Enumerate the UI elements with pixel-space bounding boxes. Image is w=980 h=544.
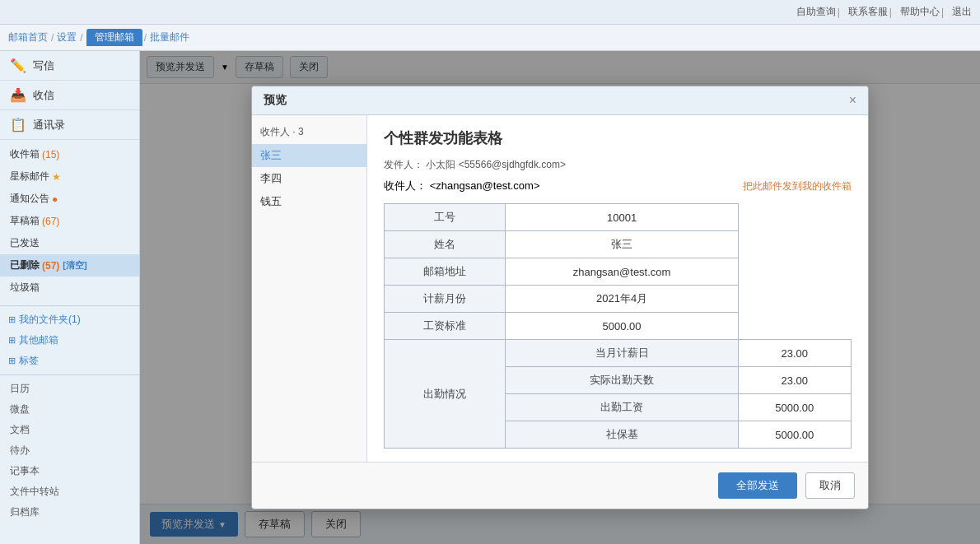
sidebar-link-docs[interactable]: 文档 — [0, 420, 139, 440]
recipient-label: 收件人： — [384, 179, 427, 192]
sidebar-link-notes[interactable]: 记事本 — [0, 461, 139, 481]
sidebar-folder-other[interactable]: ⊞ 其他邮箱 — [0, 330, 139, 351]
sender-value: 小太阳 <55566@sjdhgfdk.com> — [426, 159, 566, 170]
recipient-item-0[interactable]: 张三 — [252, 144, 366, 167]
recipients-header: 收件人 · 3 — [252, 122, 366, 144]
sidebar-item-sent[interactable]: 已发送 — [0, 232, 139, 254]
table-cell-value: 5000.00 — [506, 313, 738, 340]
table-cell-value: 10001 — [506, 204, 738, 231]
folder-list: 收件箱 (15) 星标邮件 ★ 通知公告 ● 草稿箱 (67) 已发送 已删除 … — [0, 140, 139, 302]
sidebar-actions: ✏️ 写信 📥 收信 📋 通讯录 — [0, 51, 139, 140]
attendance-sublabel-1: 实际出勤天数 — [506, 367, 738, 394]
sidebar-item-starred[interactable]: 星标邮件 ★ — [0, 165, 139, 188]
table-cell-label: 工号 — [385, 204, 506, 231]
table-cell-label: 邮箱地址 — [385, 258, 506, 286]
modal-footer: 全部发送 取消 — [252, 462, 868, 509]
sidebar-item-draft[interactable]: 草稿箱 (67) — [0, 210, 139, 232]
second-bar: 邮箱首页 / 设置 / 管理邮箱 / 批量邮件 — [0, 25, 980, 51]
sidebar-item-deleted[interactable]: 已删除 (57) [清空] — [0, 254, 139, 277]
attendance-sublabel-2: 出勤工资 — [506, 394, 738, 421]
attendance-value-2: 5000.00 — [738, 394, 851, 421]
folder-tags-icon: ⊞ — [8, 356, 16, 366]
table-cell-value: zhangsan@test.com — [506, 258, 738, 286]
sidebar-folder-tags[interactable]: ⊞ 标签 — [0, 351, 139, 371]
logout-link[interactable]: 退出 — [952, 5, 972, 19]
sidebar-item-notice[interactable]: 通知公告 ● — [0, 188, 139, 210]
folder-other-icon: ⊞ — [8, 335, 16, 346]
attendance-row-0: 出勤情况 当月计薪日 23.00 — [385, 340, 852, 367]
modal-header: 预览 × — [252, 86, 868, 115]
recipient-value: <zhangsan@test.com> — [430, 179, 540, 192]
modal-title: 预览 — [264, 93, 287, 108]
preview-meta-recipient-row: 收件人： <zhangsan@test.com> 把此邮件发到我的收件箱 — [384, 179, 852, 193]
preview-panel: 个性群发功能表格 发件人： 小太阳 <55566@sjdhgfdk.com> 收… — [367, 115, 868, 463]
recipient-item-1[interactable]: 李四 — [252, 167, 366, 190]
self-service-link[interactable]: 自助查询 — [796, 5, 836, 19]
sidebar-link-archive[interactable]: 归档库 — [0, 502, 139, 523]
preview-meta-sender: 发件人： 小太阳 <55566@sjdhgfdk.com> — [384, 156, 852, 174]
receive-button[interactable]: 📥 收信 — [0, 81, 139, 110]
main-layout: ✏️ 写信 📥 收信 📋 通讯录 收件箱 (15) 星标邮件 ★ 通知公告 — [0, 51, 980, 544]
table-row: 工资标准 5000.00 — [385, 313, 852, 340]
compose-icon: ✏️ — [10, 58, 26, 73]
table-row: 计薪月份 2021年4月 — [385, 286, 852, 313]
contact-link[interactable]: 联系客服 — [848, 5, 888, 19]
sidebar-folder-my[interactable]: ⊞ 我的文件夹(1) — [0, 309, 139, 330]
table-cell-label: 姓名 — [385, 231, 506, 258]
table-cell-label: 计薪月份 — [385, 286, 506, 313]
sidebar-link-disk[interactable]: 微盘 — [0, 399, 139, 420]
cancel-button[interactable]: 取消 — [805, 472, 855, 499]
attendance-sublabel-3: 社保基 — [506, 421, 738, 449]
attendance-value-3: 5000.00 — [738, 421, 851, 449]
sidebar: ✏️ 写信 📥 收信 📋 通讯录 收件箱 (15) 星标邮件 ★ 通知公告 — [0, 51, 140, 544]
modal-body: 收件人 · 3 张三 李四 钱五 个性群发功能表格 发件人： 小太阳 <5556… — [252, 115, 868, 463]
preview-email-title: 个性群发功能表格 — [384, 128, 852, 148]
tab-bulk-mail[interactable]: 批量邮件 — [150, 30, 189, 44]
breadcrumb-settings[interactable]: 设置 — [57, 30, 77, 44]
help-link[interactable]: 帮助中心 — [900, 5, 940, 19]
sidebar-link-todo[interactable]: 待办 — [0, 440, 139, 461]
contacts-icon: 📋 — [10, 117, 26, 133]
modal-close-button[interactable]: × — [849, 94, 856, 107]
table-cell-value: 2021年4月 — [506, 286, 738, 313]
preview-modal: 预览 × 收件人 · 3 张三 李四 钱五 个性群发功能表格 — [251, 86, 869, 510]
attendance-value-1: 23.00 — [738, 367, 851, 394]
content-area: 预览并发送 ▼ 存草稿 关闭 预览 × 收件人 · 3 张三 李四 — [140, 51, 980, 544]
save-to-inbox-link[interactable]: 把此邮件发到我的收件箱 — [743, 179, 852, 193]
preview-meta-recipient: 收件人： <zhangsan@test.com> — [384, 179, 540, 193]
send-all-button[interactable]: 全部发送 — [718, 472, 797, 499]
attendance-sublabel-0: 当月计薪日 — [506, 340, 738, 367]
compose-button[interactable]: ✏️ 写信 — [0, 51, 139, 81]
attendance-label: 出勤情况 — [385, 340, 506, 449]
folder-expand-icon: ⊞ — [8, 314, 16, 325]
table-row: 邮箱地址 zhangsan@test.com — [385, 258, 852, 286]
salary-table: 工号 10001 姓名 张三 邮箱地址 zhangsan@test.com — [384, 203, 852, 449]
table-cell-value: 张三 — [506, 231, 738, 258]
top-bar: 自助查询 | 联系客服 | 帮助中心 | 退出 — [0, 0, 980, 25]
breadcrumb-home[interactable]: 邮箱首页 — [8, 30, 48, 44]
sender-label: 发件人： — [384, 159, 423, 170]
modal-backdrop: 预览 × 收件人 · 3 张三 李四 钱五 个性群发功能表格 — [140, 51, 980, 544]
receive-icon: 📥 — [10, 87, 26, 103]
sidebar-link-transfer[interactable]: 文件中转站 — [0, 481, 139, 502]
attendance-value-0: 23.00 — [738, 340, 851, 367]
sidebar-link-calendar[interactable]: 日历 — [0, 379, 139, 399]
recipients-panel: 收件人 · 3 张三 李四 钱五 — [252, 115, 367, 463]
breadcrumb-manage[interactable]: 管理邮箱 — [86, 29, 142, 46]
contacts-button[interactable]: 📋 通讯录 — [0, 110, 139, 140]
sidebar-item-inbox[interactable]: 收件箱 (15) — [0, 143, 139, 165]
recipient-item-2[interactable]: 钱五 — [252, 190, 366, 213]
table-cell-label: 工资标准 — [385, 313, 506, 340]
table-row: 姓名 张三 — [385, 231, 852, 258]
table-row: 工号 10001 — [385, 204, 852, 231]
sidebar-item-trash[interactable]: 垃圾箱 — [0, 277, 139, 299]
